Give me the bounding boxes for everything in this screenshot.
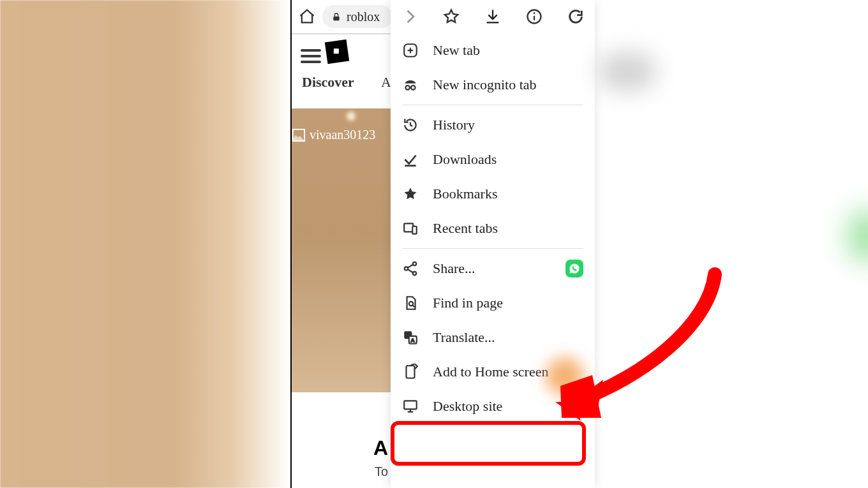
address-bar[interactable]: roblox [322,5,393,28]
menu-label: Downloads [433,151,497,168]
svg-rect-26 [407,366,415,378]
url-domain: roblox [347,10,380,24]
roblox-logo-icon[interactable] [325,40,349,64]
svg-line-21 [413,306,415,307]
menu-label: Recent tabs [433,220,498,237]
profile-banner [292,108,397,392]
menu-item-new-tab[interactable]: New tab [391,33,595,68]
plus-box-icon [402,42,419,59]
svg-point-5 [534,12,535,14]
history-icon [402,117,419,133]
svg-line-18 [408,265,414,268]
mobile-browser-frame: roblox Discover A vivaan30123 A To o New… [290,0,594,488]
menu-label: Add to Home screen [433,364,548,380]
translate-icon: 文A [402,329,419,346]
menu-item-recent-tabs[interactable]: Recent tabs [391,211,595,246]
menu-item-history[interactable]: History [391,108,595,142]
decorative-blob [599,52,656,91]
menu-label: Find in page [433,295,503,311]
menu-label: New tab [433,42,480,59]
add-home-icon [402,364,419,380]
star-icon[interactable] [442,8,460,26]
menu-item-find-in-page[interactable]: Find in page [391,286,595,320]
lock-icon [331,11,341,22]
svg-rect-0 [333,17,339,21]
decorative-blob [546,357,584,396]
desktop-site-checkbox[interactable] [569,399,583,413]
forward-icon[interactable] [401,8,419,26]
browser-overflow-menu: New tab New incognito tab History Downlo… [391,0,595,488]
svg-point-20 [409,302,414,306]
username-row: vivaan30123 [292,128,375,142]
star-filled-icon [402,186,419,202]
download-icon[interactable] [484,8,502,26]
menu-label: Desktop site [433,398,502,415]
menu-item-downloads[interactable]: Downloads [391,142,595,177]
share-icon [402,260,419,277]
info-icon[interactable] [525,8,543,26]
flare-dot [347,112,355,121]
find-in-page-icon [402,295,419,311]
reload-icon[interactable] [567,8,585,26]
menu-item-translate[interactable]: 文A Translate... [391,320,595,355]
tab-discover[interactable]: Discover [302,74,354,91]
devices-icon [402,220,419,237]
username-text: vivaan30123 [310,128,375,142]
home-icon[interactable] [298,8,316,26]
menu-label: New incognito tab [433,77,537,93]
whatsapp-icon [565,260,583,277]
menu-item-new-incognito[interactable]: New incognito tab [391,68,595,102]
menu-separator [402,248,583,249]
incognito-icon [402,77,419,93]
decorative-blob [849,211,868,262]
svg-point-10 [411,85,415,90]
menu-item-share[interactable]: Share... [391,251,595,286]
svg-rect-2 [487,22,499,23]
menu-label: History [433,117,475,133]
hamburger-menu-icon[interactable] [301,46,321,61]
left-blur-panel [0,0,290,488]
menu-item-bookmarks[interactable]: Bookmarks [391,177,595,211]
svg-point-9 [405,85,410,90]
menu-label: Translate... [433,329,495,346]
svg-line-19 [408,269,414,272]
tab-partial[interactable]: A [381,74,391,91]
download-done-icon [402,151,419,168]
svg-rect-27 [404,401,417,409]
svg-rect-14 [412,226,417,234]
menu-label: Bookmarks [433,186,497,202]
about-heading: A [373,436,388,460]
monitor-icon [402,398,419,415]
menu-toolbar [391,0,595,33]
broken-image-icon [292,128,306,142]
menu-label: Share... [433,260,475,277]
menu-separator [402,105,583,105]
